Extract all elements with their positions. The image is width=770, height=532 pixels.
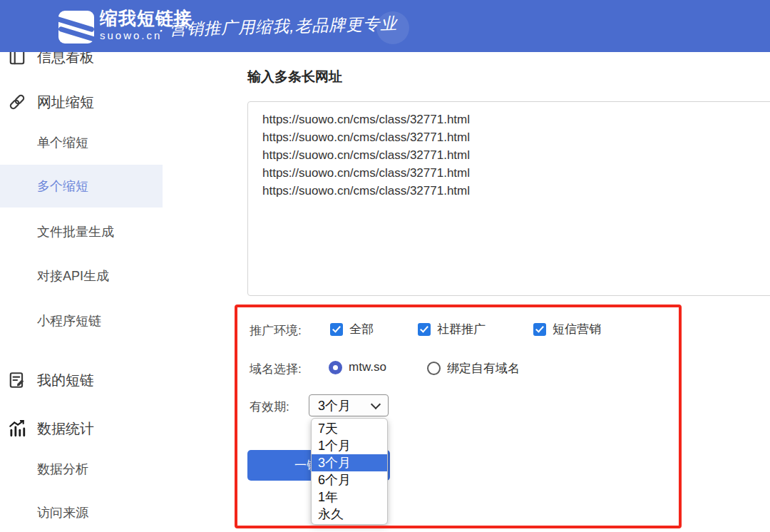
validity-label: 有效期: (250, 399, 289, 415)
sidebar-item-label: 对接API生成 (37, 267, 109, 285)
logo-s-icon (58, 11, 94, 44)
sidebar-item-label: 多个缩短 (37, 178, 88, 195)
sidebar-item-data-analysis[interactable]: 数据分析 (0, 448, 163, 491)
radio-mtw-so[interactable]: mtw.so (329, 360, 386, 374)
radio-unselected-icon (427, 362, 441, 375)
sidebar-item-miniprogram-link[interactable]: 小程序短链 (0, 300, 163, 342)
checkbox-checked-icon (533, 323, 546, 336)
radio-label: 绑定自有域名 (447, 360, 520, 377)
checkbox-label: 社群推广 (437, 321, 486, 337)
dropdown-option-1year[interactable]: 1年 (312, 488, 387, 506)
page-title: 输入多条长网址 (247, 68, 342, 86)
link-icon (8, 93, 26, 111)
checkbox-label: 短信营销 (553, 321, 601, 337)
sidebar-item-label: 数据统计 (37, 419, 94, 439)
domain-select-label: 域名选择: (250, 361, 302, 377)
sidebar-item-label: 文件批量生成 (37, 223, 114, 240)
sidebar-item-label: 网址缩短 (37, 93, 94, 112)
sidebar-item-visit-source[interactable]: 访问来源 (0, 491, 163, 532)
validity-select[interactable]: 3个月 (309, 394, 389, 416)
sidebar-item-single-shorten[interactable]: 单个缩短 (0, 121, 163, 164)
checkbox-label: 全部 (349, 321, 374, 337)
sidebar-item-api-generate[interactable]: 对接API生成 (0, 255, 163, 297)
brand-tagline: · 营销推广用缩我,老品牌更专业 (158, 13, 398, 41)
sidebar-item-label: 单个缩短 (37, 134, 88, 151)
app-header: 缩我短链接 suowo.cn · 营销推广用缩我,老品牌更专业 (0, 0, 770, 52)
checkbox-all[interactable]: 全部 (330, 321, 374, 337)
sidebar-item-statistics[interactable]: 数据统计 (0, 407, 163, 450)
validity-select-value: 3个月 (318, 397, 351, 414)
bar-chart-icon (8, 419, 26, 438)
document-edit-icon (8, 371, 26, 389)
sidebar-item-multi-shorten[interactable]: 多个缩短 (0, 165, 163, 208)
sidebar-item-label: 小程序短链 (37, 312, 101, 329)
dropdown-option-forever[interactable]: 永久 (312, 506, 387, 523)
checkbox-community-promo[interactable]: 社群推广 (418, 321, 486, 337)
brand-logo (58, 11, 94, 44)
checkbox-checked-icon (330, 323, 343, 336)
checkbox-checked-icon (418, 323, 431, 336)
sidebar-item-my-links[interactable]: 我的短链 (0, 359, 163, 401)
radio-selected-icon (329, 361, 342, 374)
annotation-rectangle (235, 305, 682, 528)
radio-label: mtw.so (349, 360, 386, 374)
dropdown-option-7days[interactable]: 7天 (312, 420, 387, 437)
radio-own-domain[interactable]: 绑定自有域名 (427, 360, 520, 377)
sidebar-item-label: 我的短链 (37, 371, 94, 390)
dropdown-option-1month[interactable]: 1个月 (312, 437, 387, 454)
dropdown-option-3months[interactable]: 3个月 (312, 454, 387, 471)
sidebar-item-url-shorten[interactable]: 网址缩短 (0, 81, 163, 123)
dropdown-option-6months[interactable]: 6个月 (312, 471, 387, 488)
sidebar-item-label: 数据分析 (37, 461, 88, 478)
validity-dropdown-list: 7天 1个月 3个月 6个月 1年 永久 (311, 418, 388, 525)
long-urls-textarea[interactable]: https://suowo.cn/cms/class/32771.html ht… (247, 101, 770, 296)
sidebar-item-label: 访问来源 (37, 504, 88, 521)
checkbox-sms-marketing[interactable]: 短信营销 (533, 321, 601, 337)
sidebar: 信息看板 网址缩短 单个缩短 多个缩短 文件批量生成 对接API生成 (0, 0, 163, 532)
decorative-circle (376, 11, 409, 44)
chevron-down-icon (371, 399, 381, 409)
sidebar-item-file-batch[interactable]: 文件批量生成 (0, 210, 163, 253)
promo-env-label: 推广环境: (250, 322, 302, 339)
app-screen: 信息看板 网址缩短 单个缩短 多个缩短 文件批量生成 对接API生成 (0, 0, 770, 532)
